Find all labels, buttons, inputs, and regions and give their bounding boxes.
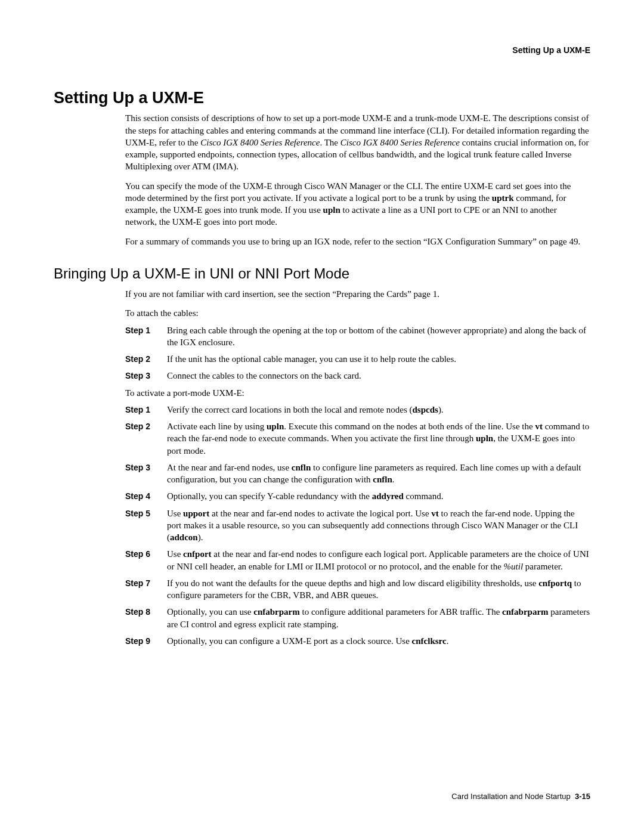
step-label: Step 1: [125, 404, 167, 416]
intro-para-2: You can specify the mode of the UXM-E th…: [125, 180, 590, 228]
step-label: Step 2: [125, 420, 167, 457]
subsection-title: Bringing Up a UXM-E in UNI or NNI Port M…: [54, 264, 590, 283]
cable-steps: Step 1 Bring each cable through the open…: [125, 324, 590, 382]
intro-para-1: This section consists of descriptions of…: [125, 112, 590, 172]
step-text: Use cnfport at the near and far-end node…: [167, 548, 590, 572]
step-text: Bring each cable through the opening at …: [167, 324, 590, 349]
step-row: Step 4 Optionally, you can specify Y-cab…: [125, 490, 590, 502]
command: upln: [323, 205, 340, 215]
step-label: Step 1: [125, 324, 167, 349]
command: cnfln: [292, 463, 311, 472]
step-text: If you do not want the defaults for the …: [167, 577, 590, 602]
step-text: Activate each line by using upln. Execut…: [167, 420, 590, 457]
step-label: Step 5: [125, 507, 167, 544]
activate-steps: Step 1 Verify the correct card locations…: [125, 404, 590, 647]
command: cnfportq: [538, 578, 572, 588]
step-text: Connect the cables to the connectors on …: [167, 370, 590, 382]
page-footer: Card Installation and Node Startup 3-15: [451, 791, 590, 802]
command: cnfabrparm: [253, 607, 300, 617]
text: .: [392, 475, 395, 484]
command: addcon: [170, 532, 198, 542]
intro-para-3: For a summary of commands you use to bri…: [125, 236, 590, 247]
lead-activate: To activate a port-mode UXM-E:: [125, 387, 590, 399]
step-row: Step 1 Verify the correct card locations…: [125, 404, 590, 416]
text: . The: [320, 138, 340, 147]
text: parameter.: [523, 562, 563, 571]
step-row: Step 3 Connect the cables to the connect…: [125, 370, 590, 382]
command: dspcds: [413, 405, 438, 414]
step-label: Step 6: [125, 548, 167, 572]
footer-title: Card Installation and Node Startup: [451, 792, 570, 801]
step-label: Step 3: [125, 462, 167, 486]
step-text: Verify the correct card locations in bot…: [167, 404, 590, 416]
step-text: Use upport at the near and far-end nodes…: [167, 507, 590, 544]
section-title: Setting Up a UXM-E: [54, 87, 590, 109]
page-number: 3-15: [575, 792, 590, 801]
lead-attach-cables: To attach the cables:: [125, 307, 590, 319]
command: vt: [431, 509, 439, 518]
text: ).: [438, 405, 444, 414]
step-text: Optionally, you can use cnfabrparm to co…: [167, 606, 590, 630]
step-label: Step 9: [125, 635, 167, 647]
step-label: Step 8: [125, 606, 167, 630]
text: Use: [167, 549, 183, 559]
text: to configure additional parameters for A…: [300, 607, 502, 617]
command: vt: [535, 422, 543, 431]
command: cnfclksrc: [412, 636, 447, 646]
step-row: Step 2 If the unit has the optional cabl…: [125, 353, 590, 365]
step-row: Step 9 Optionally, you can configure a U…: [125, 635, 590, 647]
text: command.: [404, 491, 444, 501]
running-head: Setting Up a UXM-E: [54, 45, 590, 56]
text: Optionally, you can specify Y-cable redu…: [167, 491, 372, 501]
step-text: If the unit has the optional cable manag…: [167, 353, 590, 365]
command: addyred: [372, 491, 404, 501]
command: cnfport: [183, 549, 212, 559]
text: If you do not want the defaults for the …: [167, 578, 538, 588]
reference-italic: Cisco IGX 8400 Series Reference: [340, 138, 460, 147]
sub-intro: If you are not familiar with card insert…: [125, 288, 590, 300]
step-text: Optionally, you can configure a UXM-E po…: [167, 635, 590, 647]
text: Activate each line by using: [167, 422, 267, 431]
command: upport: [183, 509, 209, 518]
command: uptrk: [492, 193, 514, 203]
step-row: Step 2 Activate each line by using upln.…: [125, 420, 590, 457]
step-row: Step 3 At the near and far-end nodes, us…: [125, 462, 590, 486]
text: at the near and far-end nodes to activat…: [209, 509, 431, 518]
step-row: Step 7 If you do not want the defaults f…: [125, 577, 590, 602]
text: At the near and far-end nodes, use: [167, 463, 292, 472]
text: Optionally, you can use: [167, 607, 253, 617]
step-label: Step 3: [125, 370, 167, 382]
step-label: Step 7: [125, 577, 167, 602]
reference-italic: Cisco IGX 8400 Series Reference: [200, 138, 320, 147]
step-text: Optionally, you can specify Y-cable redu…: [167, 490, 590, 502]
text: . Execute this command on the nodes at b…: [284, 422, 535, 431]
text: ).: [198, 532, 203, 542]
step-row: Step 6 Use cnfport at the near and far-e…: [125, 548, 590, 572]
step-label: Step 2: [125, 353, 167, 365]
step-label: Step 4: [125, 490, 167, 502]
step-row: Step 5 Use upport at the near and far-en…: [125, 507, 590, 544]
command: upln: [476, 433, 493, 443]
step-row: Step 8 Optionally, you can use cnfabrpar…: [125, 606, 590, 630]
text: Optionally, you can configure a UXM-E po…: [167, 636, 412, 646]
text: Use: [167, 509, 183, 518]
text: .: [447, 636, 449, 646]
command: upln: [267, 422, 284, 431]
step-text: At the near and far-end nodes, use cnfln…: [167, 462, 590, 486]
command: cnfabrparm: [502, 607, 549, 617]
param-italic: %util: [504, 562, 524, 571]
command: cnfln: [373, 475, 392, 484]
text: Verify the correct card locations in bot…: [167, 405, 413, 414]
step-row: Step 1 Bring each cable through the open…: [125, 324, 590, 349]
